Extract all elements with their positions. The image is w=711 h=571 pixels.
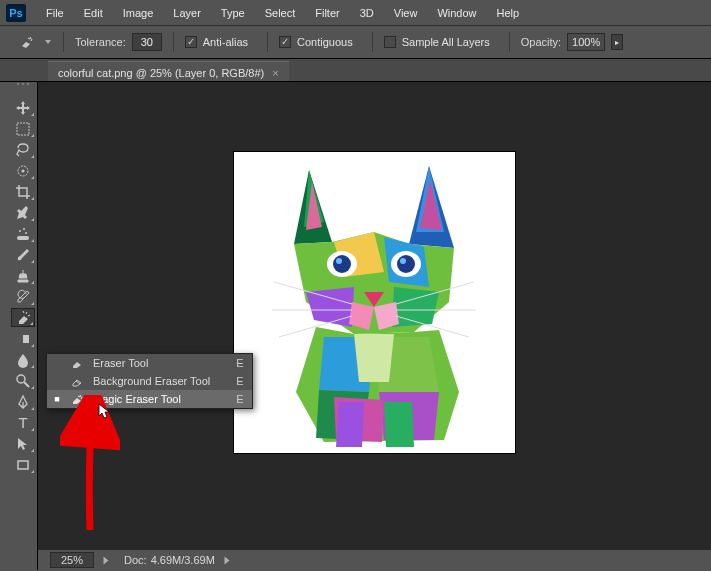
eraser-tool[interactable] <box>11 308 35 327</box>
magic-eraser-icon <box>69 393 85 405</box>
contiguous-label: Contiguous <box>297 36 353 48</box>
move-tool[interactable] <box>11 98 35 117</box>
svg-point-18 <box>333 255 351 273</box>
toolbar-gutter <box>0 82 8 570</box>
svg-rect-16 <box>18 461 28 469</box>
mouse-cursor-icon <box>98 403 112 419</box>
menu-file[interactable]: File <box>36 3 74 23</box>
svg-rect-5 <box>17 123 29 135</box>
svg-point-9 <box>19 230 21 232</box>
menu-image[interactable]: Image <box>113 3 164 23</box>
flyout-label: Background Eraser Tool <box>93 375 228 387</box>
tab-close-icon[interactable]: × <box>272 67 278 79</box>
canvas[interactable] <box>234 152 515 453</box>
antialias-label: Anti-alias <box>203 36 248 48</box>
eraser-flyout-menu: Eraser Tool E Background Eraser Tool E ■… <box>46 353 253 409</box>
svg-rect-12 <box>17 335 29 343</box>
opacity-label: Opacity: <box>521 36 561 48</box>
flyout-shortcut: E <box>236 393 243 405</box>
doc-size-value: 4.69M/3.69M <box>151 554 215 566</box>
menu-3d[interactable]: 3D <box>350 3 384 23</box>
flyout-label: Magic Eraser Tool <box>93 393 228 405</box>
workspace: T <box>0 82 711 570</box>
menu-window[interactable]: Window <box>427 3 486 23</box>
svg-point-21 <box>397 255 415 273</box>
tool-preset-arrow-icon[interactable] <box>44 38 52 46</box>
flyout-label: Eraser Tool <box>93 357 228 369</box>
sample-all-checkbox[interactable] <box>384 36 396 48</box>
menu-select[interactable]: Select <box>255 3 306 23</box>
svg-point-6 <box>18 166 28 176</box>
svg-point-3 <box>22 83 24 85</box>
svg-point-7 <box>21 169 24 172</box>
separator <box>63 32 64 52</box>
separator <box>509 32 510 52</box>
doc-info-arrow-icon[interactable] <box>224 556 229 564</box>
antialias-checkbox[interactable] <box>185 36 197 48</box>
pen-tool[interactable] <box>11 392 35 411</box>
quick-selection-tool[interactable] <box>11 161 35 180</box>
contiguous-checkbox[interactable] <box>279 36 291 48</box>
marquee-tool[interactable] <box>11 119 35 138</box>
background-eraser-icon <box>69 375 85 387</box>
flyout-item-eraser[interactable]: Eraser Tool E <box>47 354 252 372</box>
svg-point-2 <box>17 83 19 85</box>
flyout-item-background-eraser[interactable]: Background Eraser Tool E <box>47 372 252 390</box>
app-logo: Ps <box>6 4 26 22</box>
svg-point-11 <box>25 232 27 234</box>
document-tab[interactable]: colorful cat.png @ 25% (Layer 0, RGB/8#)… <box>48 61 289 81</box>
menu-type[interactable]: Type <box>211 3 255 23</box>
document-tab-bar: colorful cat.png @ 25% (Layer 0, RGB/8#)… <box>0 59 711 82</box>
opacity-dropdown-arrow-icon[interactable]: ▸ <box>611 34 623 50</box>
magic-eraser-icon[interactable] <box>16 31 38 53</box>
dodge-tool[interactable] <box>11 371 35 390</box>
menu-bar: Ps File Edit Image Layer Type Select Fil… <box>0 0 711 26</box>
eyedropper-tool[interactable] <box>11 203 35 222</box>
brush-tool[interactable] <box>11 245 35 264</box>
separator <box>372 32 373 52</box>
crop-tool[interactable] <box>11 182 35 201</box>
flyout-shortcut: E <box>236 375 243 387</box>
sample-all-label: Sample All Layers <box>402 36 490 48</box>
eraser-icon <box>69 357 85 369</box>
canvas-area[interactable]: 25% Doc: 4.69M/3.69M <box>38 82 711 570</box>
separator <box>267 32 268 52</box>
zoom-arrow-icon[interactable] <box>104 556 109 564</box>
svg-rect-13 <box>17 335 23 343</box>
status-bar: 25% Doc: 4.69M/3.69M <box>38 549 711 570</box>
menu-view[interactable]: View <box>384 3 428 23</box>
doc-size-label: Doc: <box>124 554 147 566</box>
type-tool[interactable]: T <box>11 413 35 432</box>
options-bar: Tolerance: Anti-alias Contiguous Sample … <box>0 26 711 59</box>
svg-text:Ps: Ps <box>9 7 22 19</box>
svg-point-14 <box>17 375 25 383</box>
clone-stamp-tool[interactable] <box>11 266 35 285</box>
flyout-shortcut: E <box>236 357 243 369</box>
menu-edit[interactable]: Edit <box>74 3 113 23</box>
flyout-item-magic-eraser[interactable]: ■ Magic Eraser Tool E <box>47 390 252 408</box>
gradient-tool[interactable] <box>11 329 35 348</box>
history-brush-tool[interactable] <box>11 287 35 306</box>
zoom-input[interactable]: 25% <box>50 552 94 568</box>
lasso-tool[interactable] <box>11 140 35 159</box>
svg-point-22 <box>400 258 406 264</box>
opacity-input[interactable]: 100% <box>567 33 605 51</box>
tolerance-label: Tolerance: <box>75 36 126 48</box>
flyout-marker-selected: ■ <box>53 394 61 404</box>
cat-artwork <box>234 152 515 453</box>
svg-rect-8 <box>17 236 29 240</box>
menu-help[interactable]: Help <box>487 3 530 23</box>
toolbar: T <box>8 82 38 570</box>
svg-point-10 <box>23 228 25 230</box>
svg-point-19 <box>336 258 342 264</box>
svg-point-4 <box>27 83 29 85</box>
svg-text:T: T <box>18 415 27 431</box>
healing-brush-tool[interactable] <box>11 224 35 243</box>
blur-tool[interactable] <box>11 350 35 369</box>
menu-filter[interactable]: Filter <box>305 3 349 23</box>
tolerance-input[interactable] <box>132 33 162 51</box>
rectangle-tool[interactable] <box>11 455 35 474</box>
menu-layer[interactable]: Layer <box>163 3 211 23</box>
path-selection-tool[interactable] <box>11 434 35 453</box>
toolbar-grip-icon[interactable] <box>8 82 37 88</box>
